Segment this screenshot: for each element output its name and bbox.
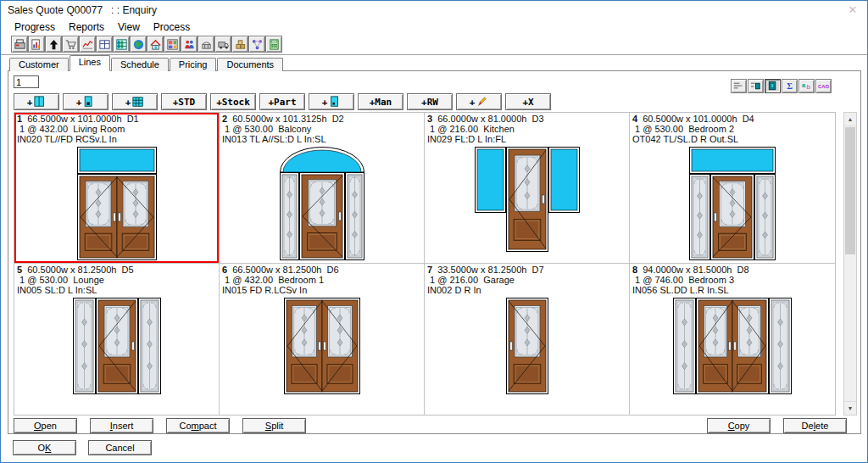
add-button-label: + [322, 97, 328, 108]
toolbar-stock-icon[interactable] [231, 36, 248, 53]
tab-customer[interactable]: Customer [9, 58, 69, 71]
view-codes-button[interactable]: ab [798, 79, 815, 93]
line-cell-4[interactable]: 4 60.5000w x 101.0000h D4 1 @ 530.00 Bed… [630, 113, 835, 264]
menu-process[interactable]: Process [147, 20, 197, 34]
insert-button[interactable]: Insert [90, 418, 153, 433]
delete-button[interactable]: Delete [783, 418, 847, 433]
line-number-input[interactable] [14, 75, 39, 88]
add-button-label: + [76, 97, 82, 108]
line-drawing [632, 298, 832, 394]
line-size-text: 1 66.5000w x 101.0000h D1 [17, 114, 216, 124]
line-cell-6[interactable]: 6 66.5000w x 81.2500h D6 1 @ 432.00 Bedr… [220, 264, 425, 415]
add-x-button[interactable]: +X [505, 93, 551, 110]
line-actions-left: OpenInsertCompactSplit [14, 418, 306, 433]
line-spec-text: OT042 TL/SL.D R Out.SL [632, 134, 832, 144]
view-list-thumb-button[interactable] [748, 79, 764, 93]
toolbar-up-arrow-icon[interactable] [45, 36, 62, 53]
ok-button[interactable]: OK [13, 440, 76, 455]
toolbar-calculator-icon[interactable] [265, 36, 282, 53]
add-part-button[interactable]: +Part [259, 93, 305, 110]
list-thumb-view-icon [749, 80, 762, 92]
line-drawing [17, 147, 216, 260]
grid-scrollbar[interactable]: ▲ ▼ [843, 112, 857, 416]
toolbar-trend-icon[interactable] [79, 36, 96, 53]
add-button-label: +RW [421, 97, 438, 108]
line-cell-3[interactable]: 3 66.0000w x 81.0000h D3 1 @ 216.00 Kitc… [425, 113, 630, 264]
toolbar-people-icon[interactable] [181, 36, 198, 53]
line-cell-1[interactable]: 1 66.5000w x 101.0000h D1 1 @ 432.00 Liv… [14, 113, 220, 264]
compact-button[interactable]: Compact [166, 418, 230, 433]
menu-progress[interactable]: Progress [8, 20, 62, 34]
copy-button[interactable]: Copy [707, 418, 771, 433]
unit-drawing [506, 298, 548, 394]
toolbar-cart-icon[interactable] [62, 36, 79, 53]
add-window-button[interactable]: + [63, 93, 108, 110]
window-icon [83, 96, 95, 108]
line-spec-text: IN015 FD R.LCSv In [222, 285, 421, 295]
line-cell-5[interactable]: 5 60.5000w x 81.2500h D5 1 @ 530.00 Loun… [14, 264, 220, 415]
split-button[interactable]: Split [242, 418, 306, 433]
line-size-text: 8 94.0000w x 81.5000h D8 [632, 265, 832, 275]
toolbar-design-icon[interactable] [164, 36, 181, 53]
add-man-button[interactable]: +Man [358, 93, 403, 110]
tab-schedule[interactable]: Schedule [111, 58, 169, 71]
line-actions-right: CopyDelete [707, 418, 847, 433]
svg-text:Σ: Σ [787, 81, 793, 91]
view-totals-button[interactable]: Σ [782, 79, 798, 93]
line-drawing [632, 147, 832, 260]
toolbar-report-chart-icon[interactable] [28, 36, 45, 53]
pen-icon [476, 96, 488, 108]
view-thumbnail-button[interactable] [765, 79, 781, 93]
scroll-up-icon[interactable]: ▲ [844, 113, 856, 126]
add-button-label: +Man [370, 97, 392, 108]
line-spec-text: IN013 TL A//SL:D L In:SL [222, 134, 421, 144]
toolbar-network-icon[interactable] [248, 36, 265, 53]
svg-text:a: a [802, 81, 806, 89]
scrollbar-thumb[interactable] [845, 127, 855, 254]
toolbar-globe-icon[interactable] [130, 36, 147, 53]
toolbar-van-icon[interactable] [214, 36, 231, 53]
window-title: Sales Quote Q00077 : : Enquiry [8, 4, 157, 16]
doc-icon [329, 96, 341, 108]
line-cell-8[interactable]: 8 94.0000w x 81.5000h D8 1 @ 746.00 Bedr… [630, 264, 835, 415]
cancel-button[interactable]: Cancel [88, 440, 152, 455]
add-button-label: + [125, 97, 131, 108]
add-stock-button[interactable]: +Stock [210, 93, 256, 110]
add-doc-button[interactable]: + [309, 93, 354, 110]
dialog-actions: OKCancel [13, 440, 152, 455]
view-cad-button[interactable]: CAD [815, 79, 832, 93]
toolbar-grid-icon[interactable] [113, 36, 130, 53]
tab-pricing[interactable]: Pricing [170, 58, 217, 71]
line-qty-room-text: 1 @ 746.00 Bedroom 3 [632, 275, 832, 285]
frame-icon [132, 96, 144, 108]
menu-reports[interactable]: Reports [62, 20, 111, 34]
line-cell-2[interactable]: 2 60.5000w x 101.3125h D2 1 @ 530.00 Bal… [220, 113, 425, 264]
toolbar-table-icon[interactable] [96, 36, 113, 53]
codes-icon: ab [800, 80, 813, 92]
tab-lines[interactable]: Lines [70, 55, 110, 71]
line-drawing [427, 147, 626, 252]
add-custom-button[interactable]: + [456, 93, 502, 110]
scroll-down-icon[interactable]: ▼ [844, 401, 856, 415]
line-drawing [427, 298, 626, 394]
line-cell-7[interactable]: 7 33.5000w x 81.2500h D7 1 @ 216.00 Gara… [425, 264, 630, 415]
toolbar-home-icon[interactable] [147, 36, 164, 53]
open-button[interactable]: Open [14, 418, 77, 433]
add-door-button[interactable]: + [14, 93, 59, 110]
view-list-button[interactable] [731, 79, 747, 93]
add-rw-button[interactable]: +RW [407, 93, 453, 110]
line-size-text: 7 33.5000w x 81.2500h D7 [427, 265, 626, 275]
add-button-label: +Part [268, 97, 296, 108]
cad-icon: CAD [817, 80, 830, 92]
line-size-text: 5 60.5000w x 81.2500h D5 [17, 265, 216, 275]
tab-documents[interactable]: Documents [217, 58, 283, 71]
menu-view[interactable]: View [111, 20, 147, 34]
toolbar-till-icon[interactable] [11, 36, 28, 53]
toolbar-factory-icon[interactable] [198, 36, 214, 53]
line-qty-room-text: 1 @ 216.00 Kitchen [427, 124, 626, 134]
add-frame-button[interactable]: + [112, 93, 158, 110]
add-button-label: + [470, 97, 476, 108]
add-std-button[interactable]: +STD [161, 93, 207, 110]
line-qty-room-text: 1 @ 216.00 Garage [427, 275, 626, 285]
close-icon[interactable]: ✕ [841, 2, 865, 18]
